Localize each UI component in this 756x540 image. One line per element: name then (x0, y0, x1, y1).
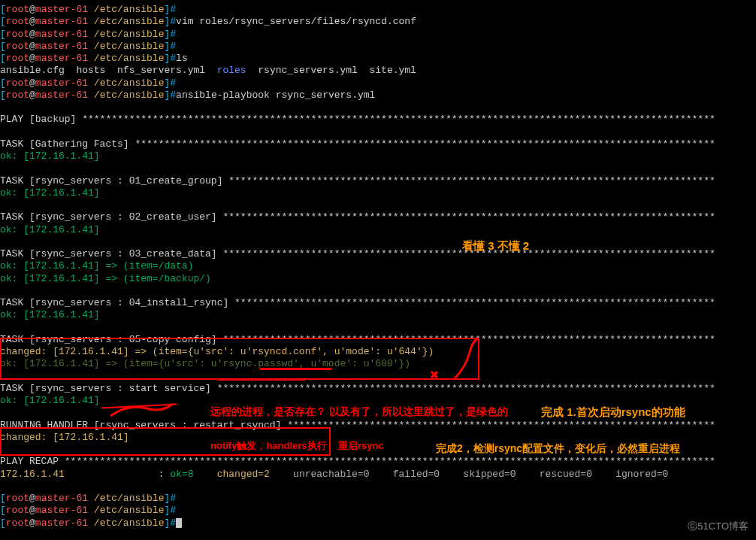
annotation-notify: notify触发，handlers执行 (210, 440, 327, 452)
prompt-line[interactable]: [root@master-61 /etc/ansible]# (0, 41, 756, 53)
task-start-service: TASK [rsync_servers : start service] ***… (0, 383, 756, 395)
ok-status: ok: [172.16.1.41] (0, 150, 756, 162)
play-recap-row: 172.16.1.41 : ok=8 changed=2 unreachable… (0, 469, 756, 481)
prompt-line[interactable]: [root@master-61 /etc/ansible]# (0, 29, 756, 41)
task-02: TASK [rsync_servers : 02_create_user] **… (0, 211, 756, 223)
prompt-line-playbook[interactable]: [root@master-61 /etc/ansible]#ansible-pl… (0, 89, 756, 102)
play-header: PLAY [backup] **************************… (0, 114, 756, 126)
annotation-remote-process: 远程的进程，是否存在？ 以及有了，所以这里跳过了，是绿色的 (210, 405, 508, 419)
running-handler: RUNNING HANDLER [rsync_servers : restart… (0, 420, 756, 432)
prompt-line-cursor[interactable]: [root@master-61 /etc/ansible]# (0, 517, 756, 529)
annotation-top-right: 看懂 3 不懂 2 (462, 239, 529, 253)
ok-status: ok: [172.16.1.41] (0, 224, 756, 236)
annotation-restart: 重启rsync (338, 440, 384, 452)
task-gathering: TASK [Gathering Facts] *****************… (0, 138, 756, 150)
play-recap-header: PLAY RECAP *****************************… (0, 456, 756, 468)
ok-status: ok: [172.16.1.41] (0, 187, 756, 199)
ok-item: ok: [172.16.1.41] => (item=/data) (0, 260, 756, 272)
roles-dir: roles (217, 65, 246, 76)
prompt-line[interactable]: [root@master-61 /etc/ansible]# (0, 493, 756, 505)
changed-status: changed: [172.16.1.41] => (item={u'src':… (0, 346, 756, 358)
prompt-line-ls[interactable]: [root@master-61 /etc/ansible]#ls (0, 53, 756, 65)
prompt-line[interactable]: [root@master-61 /etc/ansible]# (0, 4, 756, 16)
task-05: TASK [rsync_servers : 05-copy config] **… (0, 334, 756, 346)
prompt-line[interactable]: [root@master-61 /etc/ansible]# (0, 77, 756, 89)
annotation-complete-2: 完成2，检测rsync配置文件，变化后，必然重启进程 (436, 442, 680, 456)
task-01: TASK [rsync_servers : 01_create_group] *… (0, 175, 756, 187)
prompt-line-vim[interactable]: [root@master-61 /etc/ansible]#vim roles/… (0, 16, 756, 28)
task-04: TASK [rsync_servers : 04_install_rsync] … (0, 297, 756, 309)
ok-status: ok: [172.16.1.41] (0, 309, 756, 321)
task-03: TASK [rsync_servers : 03_create_data] **… (0, 248, 756, 260)
ok-status: ok: [172.16.1.41] => (item={u'src': u'rs… (0, 358, 756, 370)
cursor-icon (176, 518, 182, 528)
ls-output: ansible.cfg hosts nfs_servers.yml roles … (0, 65, 756, 77)
prompt-line[interactable]: [root@master-61 /etc/ansible]# (0, 505, 756, 517)
watermark: ⓒ51CTO博客 (688, 520, 748, 532)
annotation-complete-1: 完成 1.首次启动rsync的功能 (541, 405, 685, 420)
ok-item: ok: [172.16.1.41] => (item=/backup/) (0, 273, 756, 285)
